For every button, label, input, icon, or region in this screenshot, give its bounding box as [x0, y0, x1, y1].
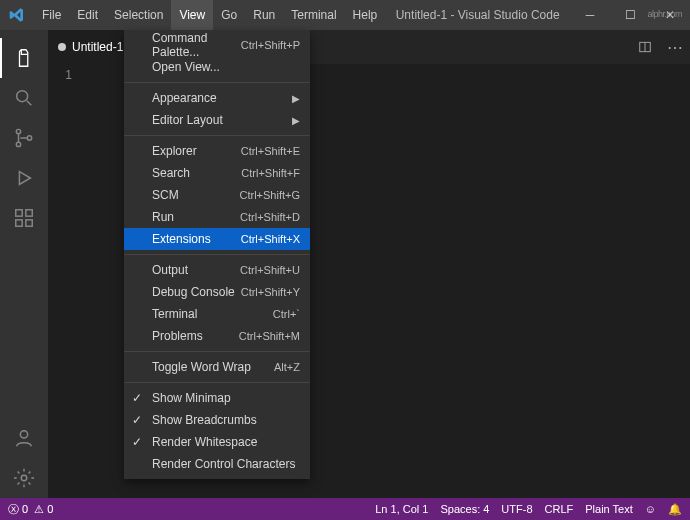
minimize-button[interactable]: ─: [570, 0, 610, 30]
more-actions-icon[interactable]: ⋯: [660, 30, 690, 64]
menuitem-toggle-word-wrap[interactable]: Toggle Word WrapAlt+Z: [124, 356, 310, 378]
main-area: Untitled-1 × ⋯ 1: [0, 30, 690, 498]
svg-point-2: [16, 142, 20, 146]
run-debug-icon[interactable]: [0, 158, 48, 198]
status-spaces[interactable]: Spaces: 4: [440, 503, 489, 515]
explorer-icon[interactable]: [0, 38, 48, 78]
menu-go[interactable]: Go: [213, 0, 245, 30]
settings-gear-icon[interactable]: [0, 458, 48, 498]
menu-terminal[interactable]: Terminal: [283, 0, 344, 30]
vscode-logo: [0, 7, 34, 23]
menu-separator: [124, 135, 310, 136]
menuitem-show-breadcrumbs[interactable]: ✓Show Breadcrumbs: [124, 409, 310, 431]
watermark-brand: alphr.com: [647, 4, 682, 20]
activity-bar: [0, 30, 48, 498]
status-errors[interactable]: ⓧ 0: [8, 502, 28, 517]
menuitem-run[interactable]: RunCtrl+Shift+D: [124, 206, 310, 228]
check-icon: ✓: [132, 391, 142, 405]
menu-separator: [124, 82, 310, 83]
maximize-button[interactable]: ☐: [610, 0, 650, 30]
svg-rect-5: [26, 210, 32, 216]
menu-separator: [124, 351, 310, 352]
menuitem-render-whitespace[interactable]: ✓Render Whitespace: [124, 431, 310, 453]
status-ln-col[interactable]: Ln 1, Col 1: [375, 503, 428, 515]
menuitem-show-minimap[interactable]: ✓Show Minimap: [124, 387, 310, 409]
status-eol[interactable]: CRLF: [545, 503, 574, 515]
menu-edit[interactable]: Edit: [69, 0, 106, 30]
menuitem-debug-console[interactable]: Debug ConsoleCtrl+Shift+Y: [124, 281, 310, 303]
svg-point-9: [21, 475, 27, 481]
menu-view[interactable]: View: [171, 0, 213, 30]
svg-point-1: [16, 129, 20, 133]
menuitem-editor-layout[interactable]: Editor Layout▶: [124, 109, 310, 131]
menuitem-problems[interactable]: ProblemsCtrl+Shift+M: [124, 325, 310, 347]
account-icon[interactable]: [0, 418, 48, 458]
dirty-indicator-icon: [58, 43, 66, 51]
svg-rect-7: [26, 220, 32, 226]
menu-help[interactable]: Help: [345, 0, 386, 30]
tab-label: Untitled-1: [72, 40, 123, 54]
menuitem-explorer[interactable]: ExplorerCtrl+Shift+E: [124, 140, 310, 162]
notifications-icon[interactable]: 🔔: [668, 503, 682, 516]
svg-point-0: [17, 91, 28, 102]
svg-rect-6: [16, 220, 22, 226]
title-bar: File Edit Selection View Go Run Terminal…: [0, 0, 690, 30]
menu-separator: [124, 382, 310, 383]
menu-separator: [124, 254, 310, 255]
extensions-icon[interactable]: [0, 198, 48, 238]
status-warnings[interactable]: ⚠ 0: [34, 503, 53, 516]
menu-bar: File Edit Selection View Go Run Terminal…: [34, 0, 385, 30]
menu-selection[interactable]: Selection: [106, 0, 171, 30]
split-editor-icon[interactable]: [630, 30, 660, 64]
menu-file[interactable]: File: [34, 0, 69, 30]
menuitem-open-view[interactable]: Open View...: [124, 56, 310, 78]
view-menu-dropdown: Command Palette...Ctrl+Shift+P Open View…: [124, 30, 310, 479]
menu-run[interactable]: Run: [245, 0, 283, 30]
svg-point-8: [20, 431, 27, 438]
svg-rect-4: [16, 210, 22, 216]
check-icon: ✓: [132, 413, 142, 427]
search-icon[interactable]: [0, 78, 48, 118]
chevron-right-icon: ▶: [292, 115, 300, 126]
check-icon: ✓: [132, 435, 142, 449]
status-encoding[interactable]: UTF-8: [501, 503, 532, 515]
menuitem-command-palette[interactable]: Command Palette...Ctrl+Shift+P: [124, 34, 310, 56]
menuitem-render-control-characters[interactable]: Render Control Characters: [124, 453, 310, 475]
feedback-icon[interactable]: ☺: [645, 503, 656, 515]
menuitem-terminal[interactable]: TerminalCtrl+`: [124, 303, 310, 325]
svg-point-3: [27, 136, 31, 140]
chevron-right-icon: ▶: [292, 93, 300, 104]
menuitem-scm[interactable]: SCMCtrl+Shift+G: [124, 184, 310, 206]
status-bar: ⓧ 0 ⚠ 0 Ln 1, Col 1 Spaces: 4 UTF-8 CRLF…: [0, 498, 690, 520]
source-control-icon[interactable]: [0, 118, 48, 158]
menuitem-extensions[interactable]: ExtensionsCtrl+Shift+X: [124, 228, 310, 250]
line-number-gutter: 1: [48, 64, 90, 498]
menuitem-output[interactable]: OutputCtrl+Shift+U: [124, 259, 310, 281]
status-language[interactable]: Plain Text: [585, 503, 633, 515]
window-title: Untitled-1 - Visual Studio Code: [385, 8, 570, 22]
menuitem-search[interactable]: SearchCtrl+Shift+F: [124, 162, 310, 184]
menuitem-appearance[interactable]: Appearance▶: [124, 87, 310, 109]
